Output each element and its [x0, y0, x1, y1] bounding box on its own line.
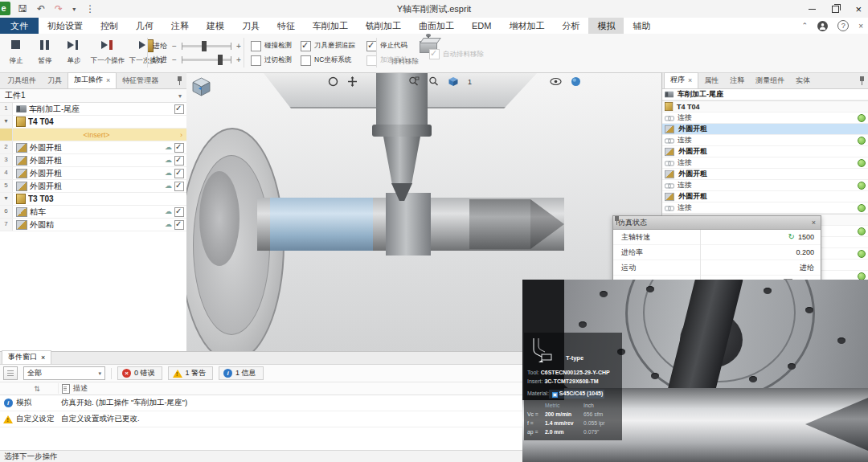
tool-group-row[interactable]: ▾T4 T04 [0, 116, 186, 129]
save-icon[interactable]: 🖫 [18, 3, 27, 14]
tab-event-window[interactable]: 事件窗口 × [2, 350, 51, 364]
operation-row[interactable]: 3外圆开粗☁ [0, 154, 186, 167]
row-checkbox[interactable] [174, 156, 184, 166]
checkbox-过切检测[interactable]: 过切检测 [251, 55, 301, 66]
slider-increase-button[interactable]: + [235, 42, 242, 51]
visibility-icon[interactable] [550, 77, 562, 86]
zoom-window-icon[interactable] [408, 76, 420, 87]
slider-decrease-button[interactable]: − [171, 42, 178, 51]
menu-tab-几何[interactable]: 几何 [127, 18, 162, 34]
close-icon[interactable]: × [855, 4, 862, 14]
operation-row[interactable]: 2外圆开粗☁ [0, 141, 186, 154]
pin-icon[interactable] [798, 219, 805, 227]
help-icon[interactable]: ? [837, 20, 849, 31]
tab-程序[interactable]: 程序× [664, 72, 698, 88]
menu-tab-曲面加工[interactable]: 曲面加工 [410, 18, 463, 34]
shaded-view-icon[interactable] [571, 76, 581, 87]
redo-icon[interactable]: ↷ [55, 3, 63, 14]
menu-tab-特征[interactable]: 特征 [268, 18, 304, 34]
zoom-icon[interactable] [428, 76, 439, 87]
operation-row[interactable]: 外圆开粗 [662, 124, 868, 135]
checkbox-碰撞检测[interactable]: 碰撞检测 [251, 41, 301, 51]
more-icon[interactable]: ⋮ [85, 3, 95, 14]
menu-tab-EDM[interactable]: EDM [463, 18, 500, 34]
collapse-part-icon[interactable]: ▾ [178, 92, 182, 100]
menu-tab-分析[interactable]: 分析 [553, 18, 588, 34]
menu-tab-初始设置[interactable]: 初始设置 [39, 18, 92, 34]
checkbox-刀具磨损追踪[interactable]: 刀具磨损追踪 [301, 41, 366, 51]
operation-row[interactable]: 外圆开粗 [662, 146, 868, 157]
navigation-cube-icon[interactable] [190, 76, 212, 97]
row-checkbox[interactable] [174, 220, 184, 230]
link-row[interactable]: 连接 [662, 180, 868, 191]
close-panel-icon[interactable]: × [812, 219, 816, 227]
tab-实体[interactable]: 实体 [790, 74, 816, 88]
checkbox-NC坐标系统[interactable]: NC坐标系统 [301, 55, 366, 66]
operation-row[interactable]: 外圆开粗 [662, 169, 868, 180]
tab-属性[interactable]: 属性 [698, 74, 724, 88]
simulation-status-titlebar[interactable]: 仿真状态 × [613, 216, 821, 230]
link-row[interactable]: 连接 [662, 202, 868, 214]
row-checkbox[interactable] [174, 104, 184, 114]
menu-tab-增材加工[interactable]: 增材加工 [500, 18, 553, 34]
auto-stock-removal-checkbox[interactable]: 自动排料移除 [429, 49, 484, 59]
slider-track[interactable] [182, 59, 231, 61]
undo-icon[interactable]: ↶ [37, 3, 45, 14]
view-cube-icon[interactable] [448, 76, 459, 87]
link-row[interactable]: 连接 [662, 157, 868, 169]
menu-tab-刀具[interactable]: 刀具 [233, 18, 268, 34]
part-header[interactable]: 工件1 ▾ [0, 89, 186, 103]
slider-track[interactable] [182, 45, 231, 47]
close-tab-icon[interactable]: × [688, 76, 692, 84]
tab-加工操作[interactable]: 加工操作× [68, 72, 117, 88]
next-operation-button[interactable]: 下一个操作 [88, 36, 127, 66]
tool-group-row[interactable]: T4 T04 [662, 100, 868, 112]
sort-icon[interactable]: ⇅ [16, 385, 58, 393]
close-tab-icon[interactable]: × [41, 354, 45, 362]
stop-button[interactable]: 停止 [2, 36, 31, 66]
menu-tab-模拟[interactable]: 模拟 [588, 18, 624, 34]
tab-特征管理器[interactable]: 特征管理器 [117, 74, 164, 88]
menu-tab-控制[interactable]: 控制 [92, 18, 127, 34]
operation-row[interactable]: 外圆开粗 [662, 191, 868, 202]
restore-icon[interactable] [832, 6, 839, 13]
operation-row[interactable]: 6精车☁ [0, 206, 186, 219]
link-row[interactable]: 连接 [662, 135, 868, 146]
minimize-icon[interactable] [809, 9, 816, 10]
slider-thumb[interactable] [202, 41, 207, 51]
slider-decrease-button[interactable]: − [171, 55, 178, 64]
badge-info[interactable]: i1 信息 [219, 366, 264, 380]
menu-tab-车削加工[interactable]: 车削加工 [304, 18, 357, 34]
tab-测量组件[interactable]: 测量组件 [750, 74, 790, 88]
menu-tab-建模[interactable]: 建模 [198, 18, 233, 34]
badge-warning[interactable]: 1 警告 [168, 366, 214, 380]
single-step-button[interactable]: 单步 [59, 36, 88, 66]
tab-刀具[interactable]: 刀具 [42, 74, 68, 88]
qat-dropdown-icon[interactable]: ▾ [72, 6, 76, 13]
tool-group-row[interactable]: ▾T3 T03 [0, 193, 186, 206]
machine-row[interactable]: 1车削加工-尾座 [0, 103, 186, 116]
row-checkbox[interactable] [174, 169, 184, 178]
slider-thumb[interactable] [218, 55, 223, 65]
menu-tab-辅助[interactable]: 辅助 [624, 18, 659, 34]
account-icon[interactable] [817, 21, 828, 31]
row-checkbox[interactable] [174, 207, 184, 217]
tab-刀具组件[interactable]: 刀具组件 [2, 74, 42, 88]
row-checkbox[interactable] [174, 143, 184, 153]
tab-file[interactable]: 文件 [0, 18, 39, 34]
operation-row[interactable]: 5外圆开粗☁ [0, 180, 186, 193]
link-row[interactable]: 连接 [662, 112, 868, 124]
pin-icon[interactable] [176, 76, 183, 85]
pin-icon[interactable] [858, 76, 866, 85]
collapse-ribbon-icon[interactable]: ⌃ [802, 22, 809, 30]
pan-icon[interactable] [347, 76, 358, 87]
badge-error[interactable]: ×0 错误 [117, 366, 162, 380]
orbit-icon[interactable] [328, 76, 338, 87]
operation-row[interactable]: 7外圆精☁ [0, 219, 186, 231]
slider-increase-button[interactable]: + [235, 55, 242, 64]
menu-tab-注释[interactable]: 注释 [162, 18, 198, 34]
close-tab-icon[interactable]: × [106, 76, 110, 84]
machine-row[interactable]: 车削加工-尾座 [662, 89, 868, 100]
pause-button[interactable]: 暂停 [31, 36, 59, 66]
close-pane-icon[interactable]: × [858, 22, 863, 31]
